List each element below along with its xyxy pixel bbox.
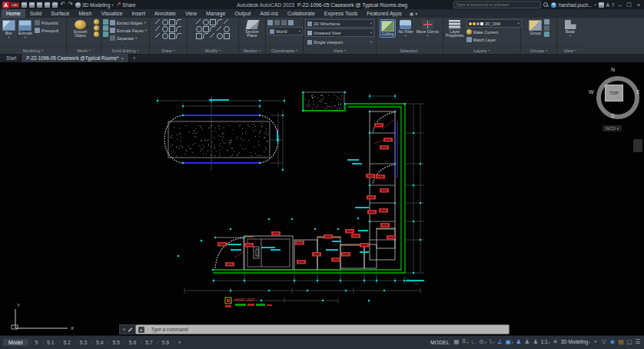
ortho-icon[interactable]: ∟ xyxy=(470,338,476,346)
commandline-close-icon[interactable]: × xyxy=(122,327,125,332)
base-button[interactable]: Base▾ xyxy=(564,19,577,39)
no-filter-button[interactable]: No Filter▾ xyxy=(397,19,414,39)
ribbon-display-toggle[interactable]: ▣ ▾ xyxy=(410,9,417,18)
file-tab-document[interactable]: P-22-1096-05 Casework @Typical Rooms* × xyxy=(22,54,129,62)
make-current-button[interactable]: Make Current xyxy=(466,28,522,35)
search-input[interactable] xyxy=(453,1,541,8)
workspace-switcher[interactable]: 3D Modeling xyxy=(561,338,590,346)
extract-edges-button[interactable]: Extract Edges▾ xyxy=(110,19,147,26)
wcs-dropdown[interactable]: WCS▾ xyxy=(603,125,622,131)
viewcube-north[interactable]: N xyxy=(611,67,615,72)
cad-drawing[interactable]: HOST UNITYX xyxy=(0,62,644,336)
clean-screen-icon[interactable]: ▢ xyxy=(626,338,632,346)
isodraft-icon[interactable]: ∖ xyxy=(489,338,495,346)
app-store-icon[interactable] xyxy=(599,2,604,8)
restore-button[interactable]: ▢ xyxy=(625,2,633,8)
tab-featured-apps[interactable]: Featured Apps xyxy=(362,9,407,18)
polygon-icon[interactable] xyxy=(162,26,168,32)
spline-icon[interactable] xyxy=(176,26,181,32)
ungroup-icon[interactable] xyxy=(544,19,549,25)
annotation-scale-icon[interactable]: ♟ xyxy=(533,338,539,346)
mesh-crease-icon[interactable] xyxy=(94,32,99,37)
grid-icon[interactable]: ▦ xyxy=(453,338,460,346)
polysolid-button[interactable]: Polysolid xyxy=(35,19,58,26)
chamfer-icon[interactable] xyxy=(217,33,223,39)
scale-value[interactable]: 1:1 xyxy=(541,338,550,346)
named-view-dropdown[interactable]: Unsaved View▾ xyxy=(305,28,374,37)
tab-express-tools[interactable]: Express Tools xyxy=(320,9,362,18)
scale-icon[interactable] xyxy=(203,33,208,38)
intersect-icon[interactable] xyxy=(103,32,108,37)
region-icon[interactable] xyxy=(169,33,175,39)
subtract-icon[interactable] xyxy=(103,25,108,31)
viewcube-top-face[interactable]: TOP xyxy=(605,85,623,101)
osnap-2d-icon[interactable]: ∠ xyxy=(497,338,503,346)
culling-toggle[interactable]: Culling xyxy=(380,19,396,38)
group-bounding-icon[interactable] xyxy=(544,32,549,37)
group-edit-icon[interactable] xyxy=(544,25,549,31)
new-file-icon[interactable] xyxy=(22,2,27,8)
move-icon[interactable] xyxy=(196,19,201,24)
ellipse-icon[interactable] xyxy=(155,33,160,38)
layer-properties-button[interactable]: Layer Properties xyxy=(445,19,465,39)
layout-tab-5-8[interactable]: 5.8 xyxy=(155,340,171,345)
share-button[interactable]: ↗ Share xyxy=(116,2,136,8)
panel-label-solid-editing[interactable]: Solid Editing xyxy=(101,46,149,54)
ucs-dropdown[interactable]: World▾ xyxy=(267,27,303,35)
stretch-icon[interactable] xyxy=(196,33,202,39)
layout-tab-5-6[interactable]: 5.6 xyxy=(122,340,138,345)
viewcube-west[interactable]: W xyxy=(589,89,594,95)
separate-button[interactable]: Separate▾ xyxy=(110,35,147,42)
viewport-config-dropdown[interactable]: Single viewport▾ xyxy=(305,38,374,46)
line-icon[interactable] xyxy=(155,19,160,24)
signed-in-user[interactable]: harshad.puch... xyxy=(559,2,592,8)
fillet-icon[interactable] xyxy=(203,26,209,32)
layout-tab-model[interactable]: Model xyxy=(3,339,28,346)
mirror-icon[interactable] xyxy=(196,26,202,32)
presspull-button[interactable]: Presspull xyxy=(35,27,58,34)
rectangle-icon[interactable] xyxy=(155,26,160,31)
helix-icon[interactable] xyxy=(176,33,181,38)
help-icon[interactable]: ? xyxy=(612,2,615,8)
copy-icon[interactable] xyxy=(224,19,228,24)
tab-manage[interactable]: Manage xyxy=(201,9,230,18)
panel-label-view-base[interactable]: View xyxy=(557,46,583,54)
panel-label-modify[interactable]: Modify xyxy=(188,46,238,54)
avatar[interactable] xyxy=(551,2,556,8)
tray-icon[interactable]: ▤ xyxy=(618,338,624,346)
ucs-icon[interactable] xyxy=(267,20,273,25)
navigation-bar[interactable] xyxy=(633,139,642,152)
polyline-icon[interactable] xyxy=(162,19,168,25)
tab-mesh[interactable]: Mesh xyxy=(74,9,96,18)
mesh-refine-icon[interactable] xyxy=(94,25,99,31)
panel-label-view[interactable]: View xyxy=(304,46,376,54)
new-drawing-tab-button[interactable]: + xyxy=(129,54,140,62)
workspace-gear-icon[interactable]: ✳ xyxy=(553,338,559,346)
panel-label-draw[interactable]: Draw xyxy=(150,46,187,54)
section-plane-button[interactable]: Section Plane xyxy=(241,19,264,39)
explode-icon[interactable] xyxy=(210,26,215,32)
panel-label-section[interactable]: Section xyxy=(239,46,265,54)
drawing-canvas[interactable]: HOST UNITYX N TOP W E S WCS▾ × ▸ ▾ Type … xyxy=(0,62,644,336)
tab-visualize[interactable]: Visualize xyxy=(97,9,128,18)
annotation-monitor-icon[interactable]: + xyxy=(593,338,599,346)
commandline-customize-icon[interactable] xyxy=(128,327,132,331)
panel-label-coordinates[interactable]: Coordinates xyxy=(266,46,303,54)
move-gizmo-button[interactable]: Move Gizmo▾ xyxy=(416,19,440,39)
customization-icon[interactable]: ☰ xyxy=(635,338,641,346)
annotation-visibility-icon[interactable]: ♟ xyxy=(516,338,522,346)
extrude-faces-button[interactable]: Extrude Faces▾ xyxy=(110,27,147,34)
panel-label-groups[interactable]: Groups xyxy=(521,46,556,54)
extrude-button[interactable]: Extrude▾ xyxy=(18,19,33,41)
redo-button[interactable]: ↷ xyxy=(68,2,73,8)
offset-icon[interactable] xyxy=(217,26,221,31)
erase-icon[interactable] xyxy=(217,19,222,25)
smooth-object-button[interactable]: Smooth Object xyxy=(68,19,92,39)
tab-collaborate[interactable]: Collaborate xyxy=(283,9,320,18)
plot-icon[interactable] xyxy=(52,2,58,8)
polar-tracking-icon[interactable]: ⊙ xyxy=(479,338,486,346)
autoscale-icon[interactable]: ♟ xyxy=(524,338,530,346)
circle-icon[interactable] xyxy=(169,19,175,25)
tab-view[interactable]: View xyxy=(181,9,201,18)
trim-icon[interactable] xyxy=(210,19,216,25)
